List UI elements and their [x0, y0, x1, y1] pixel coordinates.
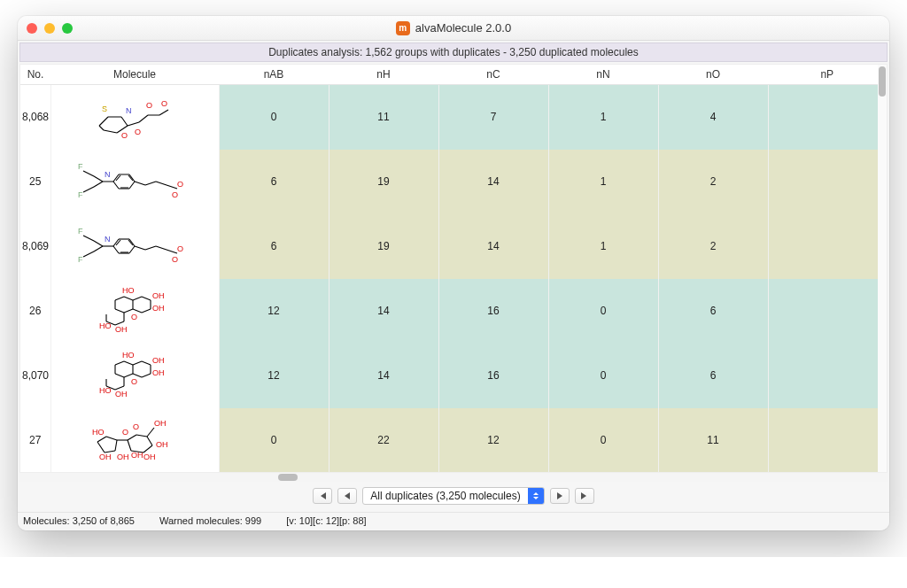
svg-text:OH: OH — [152, 368, 165, 377]
cell-nn: 0 — [548, 408, 658, 473]
svg-line-6 — [128, 122, 139, 126]
molecule-structure: OHOH HOHO OHO — [50, 279, 219, 344]
vertical-scrollbar[interactable] — [878, 65, 887, 472]
cell-nab: 0 — [219, 85, 329, 150]
analysis-banner: Duplicates analysis: 1,562 groups with d… — [19, 43, 888, 62]
svg-line-71 — [142, 309, 151, 313]
row-number: 8,069 — [20, 214, 50, 279]
status-meta: [v: 10][c: 12][p: 88] — [286, 515, 367, 526]
minimize-icon[interactable] — [44, 23, 55, 34]
svg-text:HO: HO — [92, 428, 105, 437]
svg-text:O: O — [172, 255, 178, 264]
table-row[interactable]: 8,070 OHOH HOHO OHO 12141606 — [20, 344, 887, 408]
close-icon[interactable] — [27, 23, 37, 34]
zoom-icon[interactable] — [62, 23, 73, 34]
view-filter-label: All duplicates (3,250 molecules) — [363, 490, 527, 502]
svg-line-19 — [94, 182, 103, 187]
cell-np — [768, 344, 887, 408]
cell-nn: 1 — [548, 85, 658, 150]
svg-line-26 — [113, 182, 119, 189]
app-icon: m — [396, 21, 410, 35]
cell-nc: 7 — [438, 85, 548, 150]
table-row[interactable]: 27 HOOH OHO OOH OHOH OH 02212011 — [20, 408, 887, 473]
col-header-nn[interactable]: nN — [548, 65, 658, 85]
svg-text:OH: OH — [117, 453, 129, 461]
molecule-structure: FF N OO — [50, 150, 219, 214]
table-header-row: No. Molecule nAB nH nC nN nO nP — [20, 65, 887, 85]
svg-text:N: N — [126, 106, 132, 115]
vertical-scrollbar-thumb[interactable] — [879, 66, 886, 97]
svg-text:OH: OH — [152, 291, 165, 300]
cell-nab: 0 — [219, 408, 329, 473]
svg-line-115 — [128, 440, 131, 451]
col-header-nh[interactable]: nH — [329, 65, 438, 85]
col-header-nab[interactable]: nAB — [219, 65, 329, 85]
row-number: 26 — [20, 279, 50, 344]
table-row[interactable]: 26 OHOH HOHO OHO 12141606 — [20, 279, 887, 344]
svg-line-108 — [97, 442, 105, 453]
svg-line-50 — [116, 240, 120, 245]
svg-line-53 — [135, 246, 145, 250]
cell-np — [768, 279, 887, 344]
cell-no: 4 — [658, 85, 768, 150]
svg-line-90 — [142, 361, 151, 365]
table-row[interactable]: 25 FF N OO 6191412 — [20, 150, 887, 214]
row-number: 25 — [20, 150, 50, 214]
svg-line-5 — [99, 126, 104, 130]
svg-line-40 — [94, 241, 103, 246]
svg-text:OH: OH — [156, 440, 168, 449]
cell-nab: 12 — [219, 279, 329, 344]
horizontal-scrollbar[interactable] — [19, 473, 888, 482]
cell-nab: 12 — [219, 344, 329, 408]
svg-line-104 — [97, 437, 106, 442]
cell-nab: 6 — [219, 214, 329, 279]
svg-text:HO: HO — [122, 351, 135, 360]
svg-text:O: O — [121, 131, 128, 140]
svg-text:O: O — [135, 128, 141, 136]
svg-text:O: O — [177, 244, 183, 253]
results-table: No. Molecule nAB nH nC nN nO nP 8,068 S … — [19, 64, 888, 473]
cell-nh: 22 — [329, 408, 438, 473]
molecule-structure: S OO OO N — [50, 85, 219, 150]
svg-line-49 — [113, 246, 119, 253]
col-header-no[interactable]: No. — [20, 65, 50, 85]
table-row[interactable]: 8,068 S OO OO N 011714 — [20, 85, 887, 150]
cell-nh: 11 — [329, 85, 438, 150]
row-number: 8,068 — [20, 85, 50, 150]
status-warned-count: Warned molecules: 999 — [159, 515, 261, 526]
svg-text:HO: HO — [99, 386, 112, 395]
last-page-button[interactable] — [575, 488, 594, 504]
cell-nh: 14 — [329, 344, 438, 408]
col-header-np[interactable]: nP — [768, 65, 887, 85]
svg-line-9 — [159, 110, 168, 115]
col-header-nc[interactable]: nC — [438, 65, 548, 85]
svg-line-110 — [128, 435, 136, 440]
svg-text:O: O — [146, 101, 152, 110]
svg-text:OH: OH — [115, 390, 128, 398]
col-header-no[interactable]: nO — [658, 65, 768, 85]
cell-nn: 1 — [548, 214, 658, 279]
titlebar: m alvaMolecule 2.0.0 — [18, 16, 889, 41]
cell-nn: 0 — [548, 279, 658, 344]
view-filter-select[interactable]: All duplicates (3,250 molecules) — [362, 487, 544, 505]
cell-nh: 14 — [329, 279, 438, 344]
next-page-button[interactable] — [550, 488, 570, 504]
horizontal-scrollbar-thumb[interactable] — [278, 474, 298, 481]
svg-line-62 — [115, 297, 124, 300]
svg-line-47 — [129, 246, 135, 253]
col-header-molecule[interactable]: Molecule — [50, 65, 219, 85]
svg-line-42 — [94, 246, 103, 251]
prev-page-button[interactable] — [337, 488, 357, 504]
table-row[interactable]: 8,069 FF N OO 6191412 — [20, 214, 887, 279]
first-page-button[interactable] — [313, 488, 332, 504]
svg-line-106 — [115, 440, 117, 451]
cell-nab: 6 — [219, 150, 329, 214]
svg-line-41 — [83, 251, 94, 257]
svg-line-33 — [167, 185, 177, 189]
svg-line-84 — [124, 361, 133, 365]
svg-text:N: N — [105, 235, 111, 244]
svg-line-7 — [139, 115, 148, 122]
cell-nh: 19 — [329, 214, 438, 279]
cell-nc: 14 — [438, 150, 548, 214]
cell-nc: 16 — [438, 344, 548, 408]
